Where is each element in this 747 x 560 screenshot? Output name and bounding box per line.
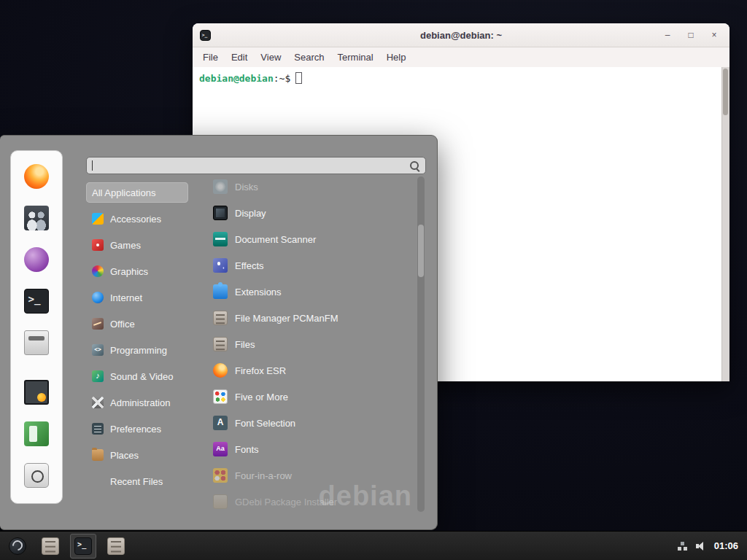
menu-scrollbar-thumb[interactable] xyxy=(418,225,424,277)
favorite-terminal[interactable] xyxy=(22,287,51,316)
category-item[interactable]: Office xyxy=(86,314,188,334)
sound-video-icon xyxy=(92,370,104,382)
application-item[interactable]: Fonts xyxy=(210,439,414,459)
application-item[interactable]: Five or More xyxy=(210,386,414,407)
category-item[interactable]: Administration xyxy=(86,392,188,413)
files-icon xyxy=(213,337,228,351)
preferences-icon xyxy=(92,423,104,435)
category-item[interactable]: Accessories xyxy=(86,209,188,229)
search-icon xyxy=(409,160,420,171)
category-list: All Applications Accessories Games Graph… xyxy=(86,182,188,497)
system-tray: 01:06 xyxy=(676,540,743,552)
application-item[interactable]: Font Selection xyxy=(210,413,414,433)
application-item[interactable]: Firefox ESR xyxy=(210,360,414,381)
category-item[interactable]: Sound & Video xyxy=(86,366,188,386)
games-icon xyxy=(92,239,104,251)
prompt-path: :~$ xyxy=(274,73,290,84)
administration-icon xyxy=(92,397,104,408)
menubar-item[interactable]: Terminal xyxy=(331,50,380,65)
firefox-icon xyxy=(213,363,228,378)
clock[interactable]: 01:06 xyxy=(714,540,738,551)
application-item[interactable]: Four-in-a-row xyxy=(210,465,414,486)
shutdown-icon xyxy=(24,463,49,488)
network-icon[interactable] xyxy=(676,540,688,552)
terminal-scrollbar-thumb[interactable] xyxy=(723,69,728,115)
terminal-scrollbar[interactable] xyxy=(721,67,729,381)
volume-icon[interactable] xyxy=(695,540,707,552)
programming-icon xyxy=(92,344,104,356)
printer-icon xyxy=(24,330,49,355)
favorite-printer[interactable] xyxy=(22,328,51,357)
application-item[interactable]: Document Scanner xyxy=(210,229,414,249)
application-list: Disks Display Document Scanner Effects E… xyxy=(210,176,414,518)
terminal-cursor xyxy=(295,72,302,84)
category-item[interactable]: Programming xyxy=(86,340,188,360)
tray-icons xyxy=(676,540,707,552)
application-item[interactable]: GDebi Package Installer xyxy=(210,491,414,512)
menubar-item[interactable]: File xyxy=(196,50,225,65)
search-bar xyxy=(86,157,426,174)
favorite-users[interactable] xyxy=(22,203,51,233)
font-selection-icon xyxy=(213,416,228,430)
category-item[interactable]: Games xyxy=(86,235,188,255)
category-item[interactable]: Internet xyxy=(86,287,188,308)
category-item[interactable]: Places xyxy=(86,445,188,465)
file-cabinet-icon xyxy=(107,537,125,555)
menubar-item[interactable]: Edit xyxy=(225,50,254,65)
terminal-menubar: File Edit View Search Terminal Help xyxy=(193,47,729,67)
favorite-messenger[interactable] xyxy=(22,245,51,274)
application-item[interactable]: Disks xyxy=(210,176,414,197)
terminal-titlebar[interactable]: debian@debian: ~ – □ × xyxy=(193,23,729,47)
accessories-icon xyxy=(92,213,104,225)
favorite-shutdown[interactable] xyxy=(22,461,51,490)
file-manager-launcher[interactable] xyxy=(37,534,63,559)
window-controls: – □ × xyxy=(659,27,722,43)
menu-scrollbar[interactable] xyxy=(417,176,425,512)
category-item[interactable]: Graphics xyxy=(86,261,188,281)
users-icon xyxy=(24,206,49,230)
screensaver-icon xyxy=(24,380,49,405)
category-item[interactable]: Preferences xyxy=(86,419,188,439)
application-item[interactable]: Files xyxy=(210,334,414,354)
favorite-screensaver[interactable] xyxy=(22,378,51,407)
favorites-panel xyxy=(10,150,63,504)
taskbar: 01:06 xyxy=(0,531,747,560)
prompt-user-host: debian@debian xyxy=(199,73,274,84)
search-input[interactable] xyxy=(93,160,409,171)
file-manager-icon xyxy=(213,311,228,325)
close-button[interactable]: × xyxy=(706,27,722,43)
favorite-logout[interactable] xyxy=(22,419,51,448)
five-or-more-icon xyxy=(213,389,228,404)
four-in-a-row-icon xyxy=(213,468,228,483)
terminal-window-icon xyxy=(200,30,211,41)
application-item[interactable]: Effects xyxy=(210,255,414,276)
file-cabinet-icon xyxy=(42,537,59,555)
minimize-button[interactable]: – xyxy=(659,27,676,43)
pidgin-icon xyxy=(24,247,49,272)
disks-icon xyxy=(213,179,228,194)
category-item[interactable]: Recent Files xyxy=(86,471,188,491)
document-scanner-icon xyxy=(213,232,228,246)
firefox-icon xyxy=(24,164,49,189)
taskbar-launchers xyxy=(4,534,129,559)
favorite-firefox[interactable] xyxy=(22,162,51,191)
application-item[interactable]: Extensions xyxy=(210,281,414,302)
menubar-item[interactable]: Search xyxy=(287,50,330,65)
menubar-item[interactable]: View xyxy=(254,50,287,65)
window-title: debian@debian: ~ xyxy=(193,30,729,41)
logout-icon xyxy=(24,421,49,446)
menu-button[interactable] xyxy=(4,534,31,559)
effects-icon xyxy=(213,258,228,273)
application-item[interactable]: File Manager PCManFM xyxy=(210,308,414,328)
prompt-line: debian@debian:~$ xyxy=(199,72,723,84)
extensions-icon xyxy=(213,284,228,299)
gdebi-icon xyxy=(213,494,228,509)
category-item[interactable]: All Applications xyxy=(86,182,188,203)
maximize-button[interactable]: □ xyxy=(683,27,699,43)
terminal-task-button[interactable] xyxy=(70,534,96,559)
application-menu: debian xyxy=(0,135,438,530)
graphics-icon xyxy=(92,265,104,277)
application-item[interactable]: Display xyxy=(210,203,414,223)
files-launcher[interactable] xyxy=(103,534,129,559)
menubar-item[interactable]: Help xyxy=(380,50,413,65)
